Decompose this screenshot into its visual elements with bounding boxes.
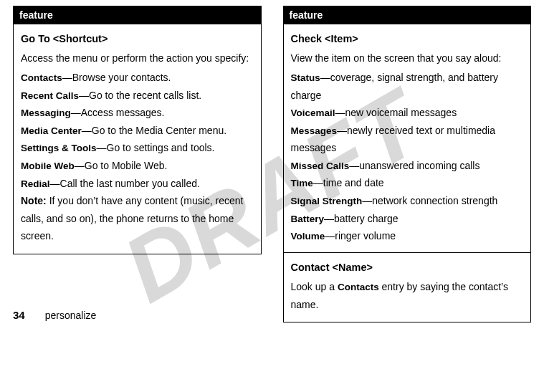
section-name: personalize: [45, 310, 97, 321]
term-missedcalls: Missed Calls: [291, 161, 350, 171]
term-voicemail: Voicemail: [291, 107, 335, 118]
term-messaging: Messaging: [21, 107, 71, 118]
def-messaging: Access messages.: [81, 107, 165, 118]
left-table-header: feature: [14, 6, 261, 24]
check-item-volume: Volume—ringer volume: [291, 227, 524, 245]
contact-desc: Look up a Contacts entry by saying the c…: [291, 278, 524, 313]
check-item-battery: Battery—battery charge: [291, 210, 524, 228]
def-contacts: Browse your contacts.: [72, 72, 171, 83]
def-volume: ringer volume: [335, 230, 396, 242]
def-battery: battery charge: [334, 213, 399, 224]
def-mobileweb: Go to Mobile Web.: [85, 160, 168, 171]
contact-desc-term: Contacts: [338, 282, 379, 292]
check-desc: View the item on the screen that you say…: [291, 49, 524, 67]
def-missedcalls: unanswered incoming calls: [359, 160, 479, 171]
check-item-signalstrength: Signal Strength—network connection stren…: [291, 192, 524, 210]
goto-item-mediacenter: Media Center—Go to the Media Center menu…: [21, 122, 254, 140]
note-text: If you don’t have any content (music, re…: [21, 195, 243, 242]
check-item-missedcalls: Missed Calls—unanswered incoming calls: [291, 157, 524, 175]
term-time: Time: [291, 178, 313, 188]
contact-desc-pre: Look up a: [291, 281, 338, 292]
page-content: feature Go To <Shortcut> Access the menu…: [0, 0, 544, 330]
term-contacts: Contacts: [21, 72, 62, 83]
goto-note: Note: If you don’t have any content (mus…: [21, 192, 254, 245]
def-time: time and date: [323, 177, 384, 188]
goto-item-mobileweb: Mobile Web—Go to Mobile Web.: [21, 157, 254, 175]
def-voicemail: new voicemail messages: [345, 107, 457, 118]
left-feature-table: feature Go To <Shortcut> Access the menu…: [13, 6, 262, 254]
goto-title: Go To <Shortcut>: [21, 30, 254, 48]
contact-title: Contact <Name>: [291, 259, 524, 277]
term-volume: Volume: [291, 231, 325, 242]
check-item-time: Time—time and date: [291, 174, 524, 192]
goto-desc: Access the menu or perform the action yo…: [21, 49, 254, 67]
term-status: Status: [291, 72, 320, 83]
goto-item-contacts: Contacts—Browse your contacts.: [21, 69, 254, 87]
right-feature-table: feature Check <Item> View the item on th…: [283, 6, 532, 322]
goto-item-messaging: Messaging—Access messages.: [21, 104, 254, 122]
right-cell-contact: Contact <Name> Look up a Contacts entry …: [284, 252, 531, 322]
def-redial: Call the last number you called.: [60, 178, 200, 189]
page-number: 34: [13, 309, 25, 321]
right-cell-check: Check <Item> View the item on the screen…: [284, 24, 531, 252]
term-messages: Messages: [291, 125, 338, 136]
check-item-voicemail: Voicemail—new voicemail messages: [291, 104, 524, 122]
def-status: coverage, signal strength, and battery c…: [291, 72, 499, 101]
def-settings: Go to settings and tools.: [107, 142, 215, 153]
term-mediacenter: Media Center: [21, 125, 82, 136]
left-column: feature Go To <Shortcut> Access the menu…: [13, 6, 262, 322]
term-signalstrength: Signal Strength: [291, 196, 363, 206]
note-label: Note:: [21, 195, 47, 206]
term-mobileweb: Mobile Web: [21, 161, 75, 171]
page-footer: 34personalize: [13, 309, 96, 321]
def-recentcalls: Go to the recent calls list.: [89, 90, 201, 101]
goto-item-recentcalls: Recent Calls—Go to the recent calls list…: [21, 87, 254, 105]
def-mediacenter: Go to the Media Center menu.: [92, 125, 226, 136]
term-redial: Redial: [21, 178, 50, 189]
right-table-header: feature: [284, 6, 531, 24]
def-signalstrength: network connection strength: [372, 195, 497, 206]
left-cell-goto: Go To <Shortcut> Access the menu or perf…: [14, 24, 261, 254]
right-column: feature Check <Item> View the item on th…: [283, 6, 532, 322]
goto-item-redial: Redial—Call the last number you called.: [21, 175, 254, 193]
check-item-status: Status—coverage, signal strength, and ba…: [291, 69, 524, 104]
check-item-messages: Messages—newly received text or multimed…: [291, 122, 524, 157]
term-recentcalls: Recent Calls: [21, 90, 79, 101]
term-battery: Battery: [291, 214, 325, 224]
goto-item-settings: Settings & Tools—Go to settings and tool…: [21, 139, 254, 157]
check-title: Check <Item>: [291, 30, 524, 48]
term-settings: Settings & Tools: [21, 143, 97, 153]
